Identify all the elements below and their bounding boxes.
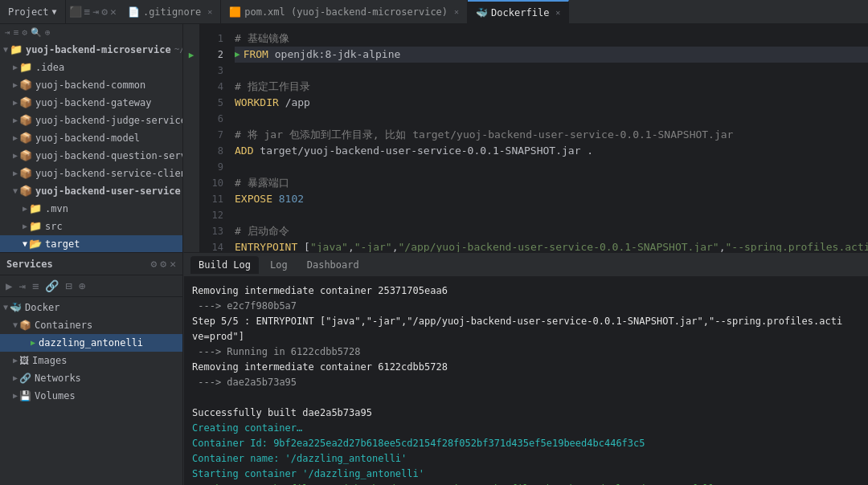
dazzling-label: dazzling_antonelli [39,336,143,350]
reopen-icon[interactable]: ⬛ [69,6,82,18]
tree-idea[interactable]: ▶ 📁 .idea [0,59,182,76]
tab-dashboard[interactable]: Dashboard [299,256,367,274]
gutter-run-btn[interactable]: ▶ [189,47,194,63]
networks-icon: 🔗 [19,371,31,385]
services-settings-icon[interactable]: ⚙ [151,258,158,270]
code-line-3 [235,63,868,79]
code-editor[interactable]: # 基础镜像 ▶FROM openjdk:8-jdk-alpine # 指定工作… [228,24,868,252]
docker-icon: 🐳 [10,300,22,315]
tab-build-log[interactable]: Build Log [190,256,259,274]
sidebar-toolbar-filter[interactable]: 🔍 [31,27,42,38]
common-label: yuoj-backend-common [35,78,145,92]
line-numbers: 1 2 3 4 5 6 7 8 9 10 11 12 13 14 [199,24,228,252]
sidebar-toolbar-expand[interactable]: ≡ [14,27,19,38]
log-content: Removing intermediate container 25371705… [184,277,868,485]
close-panel-icon[interactable]: ✕ [110,6,117,18]
top-bar: Project ▼ ⬛ ≡ ⇥ ⚙ ✕ 📄 .gitignore ✕ 🟧 pom… [0,0,868,24]
tab-close-dockerfile[interactable]: ✕ [555,8,560,17]
arrow-src: ▶ [23,219,27,234]
arrow-client: ▶ [13,166,18,181]
tree-src[interactable]: ▶ 📁 src [0,218,182,235]
root-path: ~/yuoj... [174,43,182,57]
sidebar-toolbar-settings[interactable]: ⊕ [45,27,51,38]
services-networks[interactable]: ▶ 🔗 Networks [0,369,182,387]
services-dazzling[interactable]: ▶ dazzling_antonelli [0,334,182,352]
tree-judge[interactable]: ▶ 📦 yuoj-backend-judge-service [0,112,182,129]
volumes-arrow: ▶ [13,389,18,403]
services-filter-icon[interactable]: 🔗 [43,278,61,294]
tab-pom[interactable]: 🟧 pom.xml (yuoj-backend-microservice) ✕ [221,0,468,23]
dazzling-run-icon: ▶ [31,336,35,350]
services-docker[interactable]: ▼ 🐳 Docker [0,299,182,316]
tab-dockerfile[interactable]: 🐳 Dockerfile ✕ [468,0,569,23]
client-label: yuoj-backend-service-client [35,166,182,181]
arrow-user-service: ▼ [13,184,18,198]
ln-9: 9 [199,159,223,175]
log-entry-0: Removing intermediate container 25371705… [192,283,860,299]
services-collapse-all-icon[interactable]: ≡ [30,278,41,294]
tab-close-pom[interactable]: ✕ [454,7,459,16]
tree-root[interactable]: ▼ 📁 yuoj-backend-microservice ~/yuoj... [0,41,182,59]
services-images[interactable]: ▶ 🖼 Images [0,352,182,369]
tree-mvn[interactable]: ▶ 📁 .mvn [0,200,182,218]
project-tab[interactable]: Project ▼ [0,0,65,23]
tree-common[interactable]: ▶ 📦 yuoj-backend-common [0,76,182,94]
services-close-icon[interactable]: ✕ [170,258,176,270]
log-entry-9: Container Id: 9bf2ea225ea2d27b618ee5cd21… [192,436,860,451]
gitignore-file-icon: 📄 [128,6,140,18]
tree-target[interactable]: ▼ 📂 target [0,235,182,252]
images-arrow: ▶ [13,353,18,368]
folder-icon-target: 📂 [29,237,42,251]
images-icon: 🖼 [19,353,29,368]
idea-label: .idea [35,60,64,75]
tree-model[interactable]: ▶ 📦 yuoj-backend-model [0,129,182,147]
code-line-11: EXPOSE 8102 [235,191,868,207]
tree-question[interactable]: ▶ 📦 yuoj-backend-question-service [0,147,182,165]
tree-gateway[interactable]: ▶ 📦 yuoj-backend-gateway [0,94,182,112]
services-expand-all-icon[interactable]: ⇥ [16,278,27,294]
tab-close-gitignore[interactable]: ✕ [207,7,212,16]
sidebar-header: ⇥ ≡ ⚙ 🔍 ⊕ [0,24,182,41]
services-add-icon[interactable]: ⊕ [76,278,88,294]
module-icon-model: 📦 [19,131,32,145]
code-line-2: ▶FROM openjdk:8-jdk-alpine [235,47,868,63]
expand-icon[interactable]: ≡ [84,6,91,18]
tree-user-service[interactable]: ▼ 📦 yuoj-backend-user-service [0,182,182,200]
sidebar-toolbar-collapse[interactable]: ⇥ [5,27,10,38]
services-containers[interactable]: ▼ 📦 Containers [0,316,182,334]
services-filter2-icon[interactable]: ⊟ [63,278,74,294]
main-area: ⇥ ≡ ⚙ 🔍 ⊕ ▼ 📁 yuoj-backend-microservice … [0,24,868,485]
code-line-5: WORKDIR /app [235,95,868,111]
docker-label: Docker [25,300,59,315]
log-entry-7: Successfully built dae2a5b73a95 [192,406,860,421]
sidebar-toolbar-gear[interactable]: ⚙ [22,27,27,38]
settings-icon[interactable]: ⚙ [101,6,108,18]
services-tree: ▼ 🐳 Docker ▼ 📦 Containers ▶ dazzling_ant… [0,297,182,485]
collapse-icon[interactable]: ⇥ [92,6,99,18]
tree-client[interactable]: ▶ 📦 yuoj-backend-service-client [0,165,182,182]
tab-log[interactable]: Log [262,256,296,274]
ln-2: 2 [199,47,223,63]
ln-11: 11 [199,191,223,207]
arrow-idea: ▶ [13,60,18,75]
services-gear-icon[interactable]: ⚙ [160,258,166,270]
tab-gitignore[interactable]: 📄 .gitignore ✕ [120,0,221,23]
ln-1: 1 [199,31,223,47]
code-line-10: # 暴露端口 [235,175,868,191]
services-volumes[interactable]: ▶ 💾 Volumes [0,387,182,405]
module-icon-gateway: 📦 [19,96,32,110]
log-entry-10: Container name: '/dazzling_antonelli' [192,451,860,467]
code-line-7: # 将 jar 包添加到工作目录, 比如 target/yuoj-backend… [235,127,868,143]
log-entry-3: ---> Running in 6122cdbb5728 [192,344,860,360]
images-label: Images [32,353,67,368]
user-service-label: yuoj-backend-user-service [35,184,181,198]
ln-7: 7 [199,127,223,143]
arrow-gateway: ▶ [13,96,18,110]
log-panel: Build Log Log Dashboard Removing interme… [183,252,868,485]
services-panel: Services ⚙ ⚙ ✕ ▶ ⇥ ≡ 🔗 ⊟ ⊕ ▼ 🐳 [0,252,182,485]
services-title: Services [6,259,53,270]
module-icon-question: 📦 [19,149,32,163]
ln-10: 10 [199,175,223,191]
services-run-icon[interactable]: ▶ [3,278,14,294]
log-entry-4: Removing intermediate container 6122cdbb… [192,360,860,375]
